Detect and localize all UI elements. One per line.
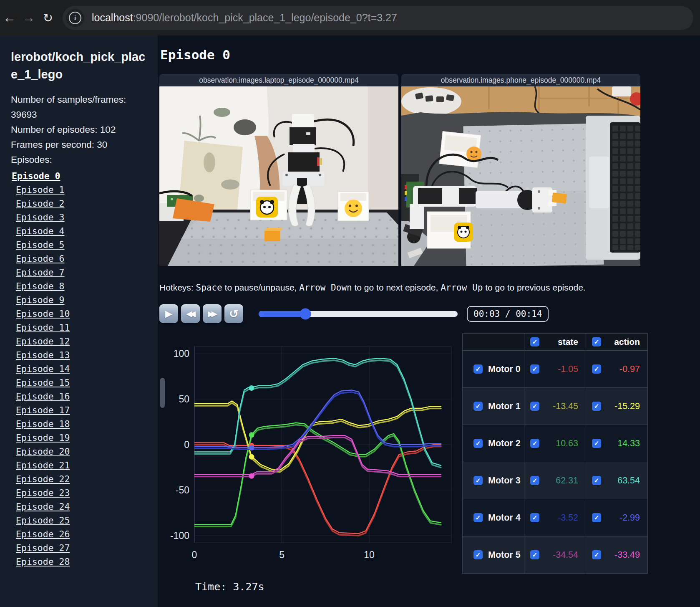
stat-fps: Frames per second: 30	[11, 137, 147, 152]
site-info-icon[interactable]: i	[66, 9, 84, 27]
dataset-stats: Number of samples/frames: 39693 Number o…	[11, 92, 147, 167]
sidebar-episode-link[interactable]: Episode 28	[11, 555, 147, 569]
motor-chart-canvas[interactable]: 100500-50-1000510	[159, 333, 456, 573]
sidebar-episode-link[interactable]: Episode 20	[11, 445, 147, 458]
sidebar-episode-link[interactable]: Episode 1	[11, 183, 147, 197]
y-tick-label: -50	[176, 485, 189, 496]
seek-slider-fill	[259, 311, 305, 317]
screen: ← → ↻ i localhost:9090/lerobot/koch_pick…	[0, 0, 700, 607]
forward-icon[interactable]: →	[19, 10, 38, 25]
play-button[interactable]: ▶	[159, 304, 178, 323]
state-column-checkbox[interactable]: ✓	[530, 337, 539, 346]
action-column-label: action	[614, 337, 640, 347]
sidebar-episode-link[interactable]: Episode 7	[11, 266, 147, 279]
rewind-icon: ◀◀	[186, 309, 193, 319]
sidebar-episode-link[interactable]: Episode 5	[11, 238, 147, 252]
hotkey-space: Space	[196, 283, 222, 293]
motor-checkbox[interactable]: ✓	[473, 402, 483, 411]
video-frame-phone[interactable]	[401, 86, 640, 266]
sidebar-episode-link[interactable]: Episode 0	[11, 169, 147, 183]
sidebar-episode-link[interactable]: Episode 10	[11, 307, 147, 321]
motor-action-checkbox[interactable]: ✓	[592, 439, 601, 448]
sidebar-episode-link[interactable]: Episode 27	[11, 541, 147, 555]
sidebar-episode-link[interactable]: Episode 9	[11, 293, 147, 307]
motor-row: ✓Motor 2✓10.63✓14.33	[463, 425, 648, 462]
episode-list: Episode 0Episode 1Episode 2Episode 3Epis…	[11, 169, 147, 569]
motor-action-value: -2.99	[619, 513, 640, 523]
loop-icon: ↻	[229, 307, 239, 321]
motor-checkbox[interactable]: ✓	[473, 364, 483, 374]
back-icon[interactable]: ←	[0, 10, 19, 25]
sidebar-episode-link[interactable]: Episode 23	[11, 486, 147, 500]
sidebar-episode-link[interactable]: Episode 18	[11, 417, 147, 431]
sidebar-episode-link[interactable]: Episode 16	[11, 389, 147, 403]
playback-controls: ▶ ◀◀ ▶▶ ↻ 00:03 / 00:14	[159, 304, 700, 323]
episodes-heading: Episodes:	[11, 152, 147, 167]
motor-action-checkbox[interactable]: ✓	[592, 476, 601, 485]
motor-label: Motor 5	[488, 550, 521, 560]
motor-action-checkbox[interactable]: ✓	[592, 550, 601, 559]
address-bar[interactable]: i localhost:9090/lerobot/koch_pick_place…	[63, 6, 693, 30]
video-frame-laptop[interactable]	[159, 86, 398, 266]
sidebar-episode-link[interactable]: Episode 25	[11, 513, 147, 527]
action-column-checkbox[interactable]: ✓	[592, 337, 601, 346]
motor-label: Motor 4	[488, 513, 521, 523]
chart-time-label: Time: 3.27s	[195, 581, 456, 593]
sidebar-episode-link[interactable]: Episode 8	[11, 279, 147, 293]
current-time-marker	[249, 473, 254, 479]
motor-action-checkbox[interactable]: ✓	[592, 402, 601, 411]
sidebar-episode-link[interactable]: Episode 13	[11, 348, 147, 362]
motor-action-value: 63.54	[617, 475, 640, 486]
motor-action-value: -33.49	[614, 550, 640, 560]
motor-label: Motor 2	[488, 438, 521, 449]
motor-state-checkbox[interactable]: ✓	[530, 364, 539, 374]
sidebar-episode-link[interactable]: Episode 21	[11, 458, 147, 472]
sidebar-episode-link[interactable]: Episode 11	[11, 321, 147, 334]
sidebar-episode-link[interactable]: Episode 6	[11, 252, 147, 266]
motor-checkbox[interactable]: ✓	[473, 513, 483, 522]
sidebar-episode-link[interactable]: Episode 26	[11, 527, 147, 541]
video-row: observation.images.laptop_episode_000000…	[159, 74, 700, 266]
sidebar-episode-link[interactable]: Episode 17	[11, 403, 147, 417]
motor-checkbox[interactable]: ✓	[473, 439, 483, 448]
sidebar-episode-link[interactable]: Episode 24	[11, 500, 147, 513]
motor-checkbox[interactable]: ✓	[473, 476, 483, 485]
video-panel-phone: observation.images.phone_episode_000000.…	[401, 74, 640, 266]
fast-forward-button[interactable]: ▶▶	[203, 304, 222, 323]
motor-state-checkbox[interactable]: ✓	[530, 513, 539, 522]
motor-state-checkbox[interactable]: ✓	[530, 439, 539, 448]
hotkey-arrow-up: Arrow Up	[441, 283, 483, 293]
motor-action-checkbox[interactable]: ✓	[592, 364, 601, 374]
loop-button[interactable]: ↻	[224, 304, 243, 323]
sidebar: lerobot/koch_pick_place_1_lego Number of…	[0, 35, 158, 607]
seek-slider-thumb[interactable]	[300, 308, 311, 319]
scrollbar-thumb[interactable]	[160, 378, 165, 408]
sidebar-episode-link[interactable]: Episode 3	[11, 210, 147, 224]
sidebar-episode-link[interactable]: Episode 15	[11, 376, 147, 389]
sidebar-episode-link[interactable]: Episode 4	[11, 224, 147, 238]
sidebar-episode-link[interactable]: Episode 22	[11, 472, 147, 486]
motor-state-checkbox[interactable]: ✓	[530, 402, 539, 411]
rewind-button[interactable]: ◀◀	[181, 304, 200, 323]
sidebar-episode-link[interactable]: Episode 19	[11, 431, 147, 445]
state-column-label: state	[558, 337, 578, 347]
y-tick-label: 50	[179, 394, 189, 405]
motor-state-checkbox[interactable]: ✓	[530, 550, 539, 559]
seek-slider[interactable]	[259, 311, 458, 317]
reload-icon[interactable]: ↻	[38, 11, 58, 25]
motor-action-checkbox[interactable]: ✓	[592, 513, 601, 522]
url-text[interactable]: localhost:9090/lerobot/koch_pick_place_1…	[92, 12, 397, 24]
header-empty-cell	[463, 334, 524, 351]
sidebar-episode-link[interactable]: Episode 2	[11, 197, 147, 210]
current-time-marker	[249, 432, 254, 438]
motor-state-checkbox[interactable]: ✓	[530, 476, 539, 485]
motor-checkbox[interactable]: ✓	[473, 550, 483, 559]
hotkeys-help: Hotkeys: Space to pause/unpause, Arrow D…	[159, 283, 700, 293]
motor-label: Motor 0	[488, 364, 521, 374]
motor-chart: 100500-50-1000510 Time: 3.27s	[159, 333, 456, 593]
x-tick-label: 5	[279, 549, 285, 560]
sidebar-episode-link[interactable]: Episode 14	[11, 362, 147, 376]
x-tick-label: 0	[192, 549, 197, 560]
sidebar-episode-link[interactable]: Episode 12	[11, 334, 147, 348]
current-time-marker	[249, 454, 254, 460]
